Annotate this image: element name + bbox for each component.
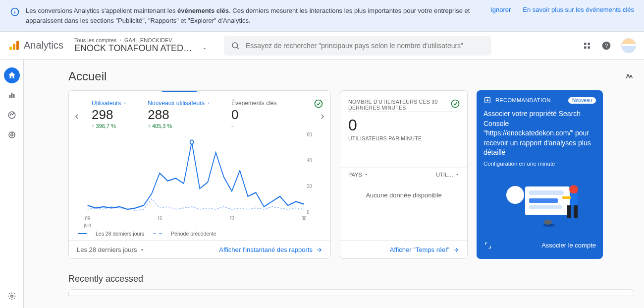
line-chart: 020406009juin162330 bbox=[69, 132, 330, 229]
recently-accessed-heading: Recently accessed bbox=[68, 274, 634, 284]
caret-down-icon bbox=[207, 101, 211, 105]
legend-current-swatch bbox=[78, 233, 87, 234]
info-icon bbox=[10, 7, 20, 17]
link-account-button[interactable]: Associer le compte bbox=[541, 242, 596, 249]
svg-point-6 bbox=[232, 43, 238, 48]
main-content: Accueil Utilisateurs bbox=[24, 60, 644, 308]
svg-point-21 bbox=[627, 74, 629, 76]
analytics-logo-icon bbox=[8, 40, 20, 52]
svg-rect-47 bbox=[562, 196, 571, 199]
new-badge: Nouveau bbox=[568, 97, 596, 104]
realtime-subtitle: UTILISATEURS PAR MINUTE bbox=[340, 135, 467, 146]
recommendation-illustration bbox=[477, 169, 603, 236]
no-data-text: Aucune donnée disponible bbox=[340, 182, 467, 241]
date-range-selector[interactable]: Les 28 derniers jours bbox=[77, 246, 145, 253]
search-input[interactable] bbox=[224, 36, 491, 56]
svg-point-17 bbox=[8, 112, 15, 119]
svg-text:20: 20 bbox=[307, 183, 312, 188]
col-users[interactable]: UTIL… bbox=[404, 172, 459, 178]
nav-home-button[interactable] bbox=[4, 67, 20, 83]
svg-text:?: ? bbox=[605, 42, 608, 49]
chevron-right-icon bbox=[118, 38, 122, 42]
svg-rect-42 bbox=[529, 205, 562, 209]
svg-rect-14 bbox=[9, 95, 10, 98]
svg-point-38 bbox=[506, 186, 524, 204]
svg-point-49 bbox=[544, 220, 552, 225]
property-selector[interactable]: Tous les comptes GA4 - ENOCKIDEV ENOCK T… bbox=[74, 37, 207, 54]
svg-rect-41 bbox=[529, 198, 558, 203]
caret-down-icon bbox=[202, 46, 207, 51]
metric-key-events[interactable]: Événements clés 0 - bbox=[231, 100, 276, 129]
search-icon bbox=[231, 41, 240, 50]
realtime-card: NOMBRE D'UTILISATEURS CES 30 DERNIÈRES M… bbox=[340, 90, 468, 259]
svg-rect-46 bbox=[574, 205, 578, 218]
view-reports-link[interactable]: Afficher l'instantané des rapports bbox=[219, 246, 322, 253]
users-chart-card: Utilisateurs 298 ↑ 396,7 % Nouveaux util… bbox=[68, 90, 331, 259]
caret-down-icon bbox=[123, 101, 127, 105]
caret-down-icon bbox=[455, 173, 459, 177]
recommendation-sub: Configuration en une minute bbox=[483, 161, 596, 167]
nav-admin-button[interactable] bbox=[4, 288, 20, 304]
insights-icon[interactable] bbox=[624, 71, 634, 81]
caret-down-icon bbox=[140, 247, 145, 252]
apps-icon[interactable] bbox=[583, 41, 591, 50]
page-title: Accueil bbox=[68, 69, 107, 83]
metric-users[interactable]: Utilisateurs 298 ↑ 396,7 % bbox=[92, 100, 127, 129]
svg-rect-45 bbox=[567, 205, 571, 218]
realtime-title: NOMBRE D'UTILISATEURS CES 30 DERNIÈRES M… bbox=[348, 99, 459, 112]
view-realtime-link[interactable]: Afficher "Temps réel" bbox=[390, 246, 459, 253]
nav-reports-button[interactable] bbox=[4, 87, 20, 103]
recommendation-card: RECOMMANDATION Nouveau Associer votre pr… bbox=[477, 90, 603, 259]
svg-point-34 bbox=[452, 100, 459, 108]
logo-block[interactable]: Analytics bbox=[8, 40, 63, 52]
svg-rect-9 bbox=[588, 43, 590, 45]
expand-icon[interactable] bbox=[483, 241, 492, 250]
legend-prev: Période précédente bbox=[171, 231, 216, 237]
svg-text:0: 0 bbox=[307, 209, 309, 215]
svg-point-19 bbox=[10, 134, 13, 136]
svg-text:juin: juin bbox=[84, 221, 91, 227]
svg-rect-8 bbox=[584, 43, 587, 45]
legend-current: Les 28 derniers jours bbox=[96, 231, 144, 237]
svg-rect-16 bbox=[13, 94, 14, 98]
svg-rect-3 bbox=[9, 47, 12, 50]
svg-rect-15 bbox=[11, 93, 12, 98]
col-country[interactable]: PAYS bbox=[348, 172, 404, 178]
recent-card-stub bbox=[68, 289, 634, 296]
banner-message: Les conversions Analytics s'appellent ma… bbox=[26, 6, 484, 25]
svg-text:40: 40 bbox=[307, 157, 312, 163]
recommendation-headline: Associer votre propriété Search Console … bbox=[483, 109, 596, 158]
svg-text:60: 60 bbox=[307, 132, 312, 137]
recommendation-label: RECOMMANDATION bbox=[495, 97, 564, 103]
header-bar: Analytics Tous les comptes GA4 - ENOCKID… bbox=[0, 32, 644, 60]
arrow-right-icon bbox=[452, 246, 459, 253]
svg-point-33 bbox=[190, 140, 194, 144]
svg-line-7 bbox=[237, 47, 238, 49]
svg-point-20 bbox=[10, 295, 13, 298]
svg-rect-5 bbox=[16, 41, 19, 50]
caret-down-icon bbox=[364, 173, 368, 177]
svg-text:09: 09 bbox=[85, 215, 90, 221]
search-box[interactable] bbox=[224, 36, 491, 56]
svg-text:23: 23 bbox=[229, 215, 234, 221]
left-nav bbox=[0, 60, 24, 308]
banner-learn-link[interactable]: En savoir plus sur les événements clés bbox=[523, 6, 634, 13]
svg-rect-11 bbox=[588, 46, 590, 49]
help-icon[interactable]: ? bbox=[601, 41, 611, 51]
banner-ignore-link[interactable]: Ignorer bbox=[490, 6, 511, 13]
svg-text:30: 30 bbox=[302, 215, 307, 221]
add-box-icon bbox=[483, 96, 491, 104]
svg-rect-4 bbox=[13, 44, 15, 50]
nav-explore-button[interactable] bbox=[4, 107, 20, 123]
realtime-value: 0 bbox=[340, 114, 467, 135]
svg-point-18 bbox=[9, 132, 15, 138]
logo-text: Analytics bbox=[24, 40, 63, 51]
info-banner: Les conversions Analytics s'appellent ma… bbox=[0, 0, 644, 32]
avatar[interactable] bbox=[621, 38, 636, 53]
metric-new-users[interactable]: Nouveaux utilisateurs 288 ↑ 405,3 % bbox=[148, 100, 211, 129]
svg-rect-44 bbox=[570, 193, 578, 205]
nav-advertising-button[interactable] bbox=[4, 127, 20, 143]
svg-rect-10 bbox=[584, 46, 587, 49]
svg-point-22 bbox=[630, 75, 632, 77]
svg-rect-40 bbox=[529, 190, 564, 195]
